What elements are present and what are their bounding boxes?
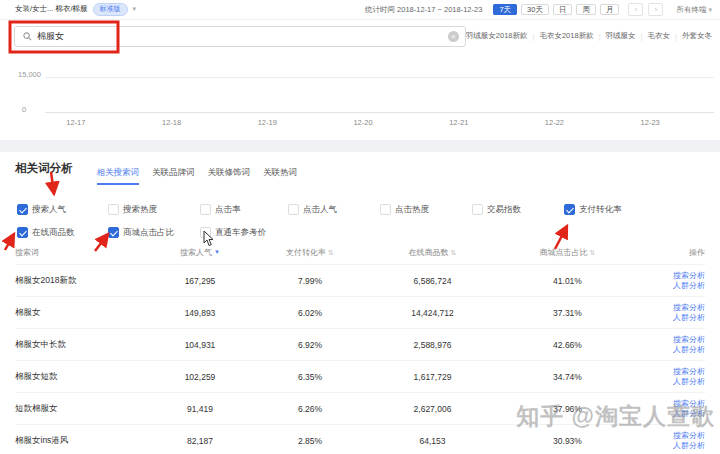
column-header-4[interactable]: 商城点击占比⇅ (500, 247, 635, 258)
section-title: 相关词分析 (15, 161, 73, 176)
watermark: 知乎 @淘宝人萱歌 (516, 401, 715, 432)
column-header-label: 操作 (689, 248, 705, 257)
hot-keyword-link-0[interactable]: 羽绒服女2018新款 (466, 31, 528, 41)
tab-3[interactable]: 关联热词 (263, 165, 297, 183)
metric-checkbox-8[interactable]: 商城点击占比 (108, 227, 200, 239)
hot-keyword-link-1[interactable]: 毛衣女2018新款 (539, 31, 593, 41)
tab-2[interactable]: 关联修饰词 (208, 165, 251, 183)
hot-keyword-link-4[interactable]: 外套女冬 (682, 31, 712, 41)
column-header-1[interactable]: 搜索人气▼ (145, 247, 255, 258)
sort-toggle-icon[interactable]: ⇅ (590, 249, 596, 256)
metric-label: 搜索热度 (123, 204, 157, 216)
action-link-1[interactable]: 人群分析 (635, 345, 705, 355)
checkbox-icon[interactable] (17, 227, 28, 238)
metric-checkbox-4[interactable]: 点击热度 (380, 204, 472, 216)
hot-keyword-link-2[interactable]: 羽绒服女 (606, 31, 636, 41)
category-breadcrumb[interactable]: 女装/女士... 棉衣/棉服 标准版 ▾ (15, 3, 136, 15)
next-period-button[interactable]: › (648, 3, 663, 16)
value-cell: 2,588,976 (365, 340, 500, 350)
x-axis-baseline (45, 112, 714, 113)
metric-label: 搜索人气 (32, 204, 66, 216)
search-input[interactable]: 棉服女 × (14, 26, 466, 47)
column-header-label: 商城点击占比 (540, 248, 588, 257)
tab-1[interactable]: 关联品牌词 (152, 165, 195, 183)
metric-checkbox-1[interactable]: 搜索热度 (108, 204, 200, 216)
keyword-cell: 棉服女中长款 (15, 339, 145, 351)
hot-keyword-link-3[interactable]: 毛衣女 (648, 31, 671, 41)
hot-link-separator: | (641, 32, 643, 41)
checkbox-icon[interactable] (108, 204, 119, 215)
action-link-0[interactable]: 搜索分析 (635, 271, 705, 281)
column-header-3[interactable]: 在线商品数⇅ (365, 247, 500, 258)
range-button-4[interactable]: 月 (600, 4, 620, 15)
row-actions: 搜索分析人群分析 (635, 335, 705, 355)
checkbox-icon[interactable] (288, 204, 299, 215)
metric-checkbox-0[interactable]: 搜索人气 (17, 204, 108, 216)
action-link-1[interactable]: 人群分析 (635, 441, 705, 451)
range-button-1[interactable]: 30天 (521, 4, 549, 15)
sort-toggle-icon[interactable]: ⇅ (451, 249, 457, 256)
hot-link-separator: | (675, 32, 677, 41)
metric-checkbox-6[interactable]: 支付转化率 (564, 204, 710, 216)
action-link-0[interactable]: 搜索分析 (635, 367, 705, 377)
checkbox-icon[interactable] (200, 227, 211, 238)
column-header-2[interactable]: 支付转化率⇅ (255, 247, 365, 258)
column-header-label: 支付转化率 (286, 248, 326, 257)
checkbox-icon[interactable] (108, 227, 119, 238)
checkbox-icon[interactable] (17, 204, 28, 215)
row-actions: 搜索分析人群分析 (635, 303, 705, 323)
value-cell: 2,627,006 (365, 404, 500, 414)
sort-toggle-icon[interactable]: ⇅ (328, 249, 334, 256)
action-link-0[interactable]: 搜索分析 (635, 303, 705, 313)
action-link-0[interactable]: 搜索分析 (635, 335, 705, 345)
action-link-0[interactable]: 搜索分析 (635, 431, 705, 441)
section-head-row: 相关词分析 相关搜索词关联品牌词关联修饰词关联热词 (15, 161, 310, 179)
tab-0[interactable]: 相关搜索词 (97, 165, 140, 185)
value-cell: 104,931 (145, 340, 255, 350)
y-axis-tick-zero: 0 (22, 105, 26, 114)
metric-checkbox-5[interactable]: 交易指数 (472, 204, 564, 216)
value-cell: 14,424,712 (365, 308, 500, 318)
sycm-analytics-screen: 女装/女士... 棉衣/棉服 标准版 ▾ 统计时间 2018-12-17 ~ 2… (0, 0, 720, 454)
checkbox-icon[interactable] (472, 204, 483, 215)
checkbox-icon[interactable] (564, 204, 575, 215)
chevron-down-icon[interactable]: ▾ (133, 5, 137, 13)
action-link-1[interactable]: 人群分析 (635, 377, 705, 387)
row-actions: 搜索分析人群分析 (635, 431, 705, 451)
clear-search-icon[interactable]: × (448, 31, 459, 42)
value-cell: 7.99% (255, 276, 365, 286)
breadcrumb-text: 女装/女士... 棉衣/棉服 (15, 4, 88, 14)
metric-label: 在线商品数 (32, 227, 75, 239)
terminal-filter-label: 所有终端 (676, 5, 706, 14)
range-button-3[interactable]: 周 (576, 4, 596, 15)
table-row: 棉服女2018新款167,2957.99%6,586,72441.01%搜索分析… (15, 264, 705, 296)
prev-period-button[interactable]: ‹ (628, 3, 643, 16)
value-cell: 42.66% (500, 340, 635, 350)
metric-checkbox-9[interactable]: 直通车参考价 (200, 227, 288, 239)
action-link-1[interactable]: 人群分析 (635, 281, 705, 291)
value-cell: 2.85% (255, 436, 365, 446)
metric-label: 交易指数 (487, 204, 521, 216)
value-cell: 91,419 (145, 404, 255, 414)
table-row: 棉服女149,8936.02%14,424,71237.31%搜索分析人群分析 (15, 296, 705, 328)
action-link-1[interactable]: 人群分析 (635, 313, 705, 323)
value-cell: 41.01% (500, 276, 635, 286)
metric-checkbox-2[interactable]: 点击率 (200, 204, 288, 216)
value-cell: 82,187 (145, 436, 255, 446)
search-query-text: 棉服女 (37, 30, 64, 43)
gridline-top (45, 77, 714, 78)
metric-checkbox-7[interactable]: 在线商品数 (17, 227, 108, 239)
value-cell: 1,617,729 (365, 372, 500, 382)
metric-label: 商城点击占比 (123, 227, 174, 239)
checkbox-icon[interactable] (200, 204, 211, 215)
x-axis-tick-3: 12-20 (315, 118, 411, 127)
keyword-cell: 棉服女ins港风 (15, 435, 145, 447)
terminal-filter-dropdown[interactable]: 所有终端 ▾ (676, 5, 712, 15)
metric-checkbox-3[interactable]: 点击人气 (288, 204, 380, 216)
hot-link-separator: | (599, 32, 601, 41)
range-button-0[interactable]: 7天 (493, 4, 517, 15)
sort-desc-icon[interactable]: ▼ (214, 249, 220, 255)
checkbox-icon[interactable] (380, 204, 391, 215)
metric-label: 直通车参考价 (215, 227, 266, 239)
range-button-2[interactable]: 日 (553, 4, 573, 15)
